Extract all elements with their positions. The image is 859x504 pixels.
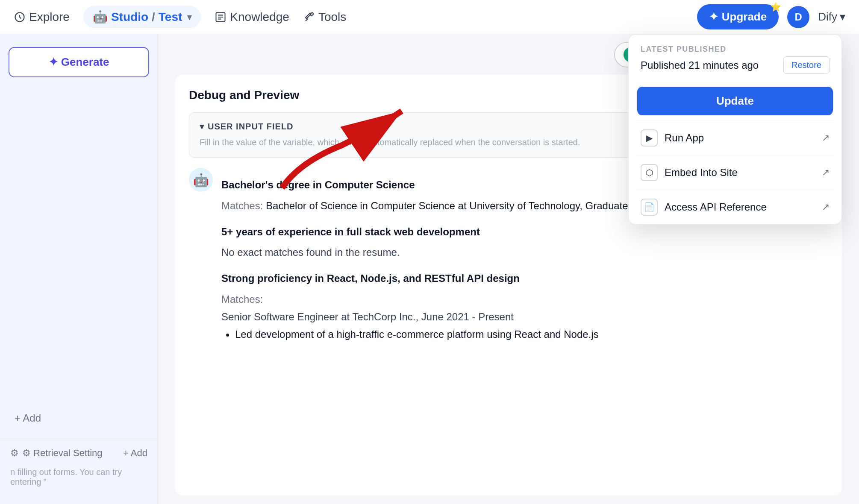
retrieval-icon: ⚙	[10, 448, 19, 459]
generate-button[interactable]: ✦ Generate	[9, 47, 149, 77]
publish-dropdown: LATEST PUBLISHED Published 21 minutes ag…	[628, 34, 842, 225]
sidebar: ✦ Generate + Add ⚙ ⚙ Retrieval Setting +…	[0, 34, 158, 504]
section2-title: 5+ years of experience in full stack web…	[221, 223, 828, 241]
restore-button[interactable]: Restore	[783, 56, 830, 74]
run-app-icon: ▶	[641, 129, 658, 147]
embed-icon: ⬡	[641, 164, 658, 181]
nav-studio-pill[interactable]: 🤖 Studio / Test ▾	[83, 6, 201, 28]
embed-arrow-icon: ↗	[822, 167, 830, 178]
run-app-item[interactable]: ▶ Run App ↗	[629, 121, 841, 155]
tools-icon	[303, 11, 315, 23]
chat-bullet-item: Led development of a high-traffic e-comm…	[235, 326, 828, 343]
nav-chevron-icon: ▾	[187, 12, 191, 22]
knowledge-icon	[215, 11, 227, 23]
api-arrow-icon: ↗	[822, 202, 830, 213]
upgrade-icon: ✦	[709, 10, 718, 23]
embed-label: Embed Into Site	[665, 167, 738, 179]
sidebar-bottom-add[interactable]: + Add	[123, 448, 147, 459]
api-icon: 📄	[641, 199, 658, 216]
user-menu[interactable]: Dify ▾	[818, 10, 845, 23]
api-item[interactable]: 📄 Access API Reference ↗	[629, 190, 841, 224]
section3-title: Strong proficiency in React, Node.js, an…	[221, 270, 828, 287]
user-chevron-icon: ▾	[840, 10, 845, 23]
knowledge-label: Knowledge	[230, 10, 289, 24]
sidebar-bottom-text: n filling out forms. You can try enterin…	[10, 467, 122, 486]
dropdown-published-text: Published 21 minutes ago	[641, 59, 759, 71]
star-icon: ⭐	[771, 2, 781, 12]
topnav: Explore 🤖 Studio / Test ▾ Knowledge Tool…	[0, 0, 859, 34]
nav-test-label: Test	[159, 10, 182, 24]
dropdown-published-row: Published 21 minutes ago Restore	[641, 54, 830, 76]
dropdown-header: LATEST PUBLISHED Published 21 minutes ag…	[629, 35, 841, 82]
generate-label: ✦ Generate	[49, 56, 109, 69]
nav-explore[interactable]: Explore	[14, 10, 70, 24]
studio-icon: 🤖	[93, 10, 108, 24]
run-app-arrow-icon: ↗	[822, 132, 830, 144]
sidebar-bottom: ⚙ ⚙ Retrieval Setting + Add	[0, 439, 158, 467]
nav-tools[interactable]: Tools	[303, 10, 346, 24]
explore-label: Explore	[29, 10, 70, 24]
tools-label: Tools	[318, 10, 346, 24]
run-app-label: Run App	[665, 132, 704, 144]
section1-match: Bachelor of Science in Computer Science …	[266, 200, 682, 211]
chat-bullet-list: Led development of a high-traffic e-comm…	[235, 326, 828, 343]
update-button[interactable]: Update	[637, 87, 833, 115]
section3-match: Senior Software Engineer at TechCorp Inc…	[221, 308, 828, 326]
retrieval-setting[interactable]: ⚙ ⚙ Retrieval Setting	[10, 448, 103, 459]
api-label: Access API Reference	[665, 201, 767, 213]
chat-avatar: 🤖	[189, 168, 213, 192]
user-avatar: D	[787, 6, 809, 28]
dropdown-latest-label: LATEST PUBLISHED	[641, 45, 830, 54]
collapse-icon: ▾	[200, 121, 204, 132]
embed-item[interactable]: ⬡ Embed Into Site ↗	[629, 155, 841, 190]
upgrade-label: Upgrade	[722, 10, 767, 23]
sidebar-add-button[interactable]: + Add	[9, 406, 149, 430]
upgrade-button[interactable]: ✦ Upgrade ⭐	[697, 4, 779, 29]
nav-knowledge[interactable]: Knowledge	[215, 10, 289, 24]
section2-text: No exact matches found in the resume.	[221, 244, 828, 261]
explore-icon	[14, 11, 26, 23]
studio-label: Studio	[111, 10, 148, 24]
